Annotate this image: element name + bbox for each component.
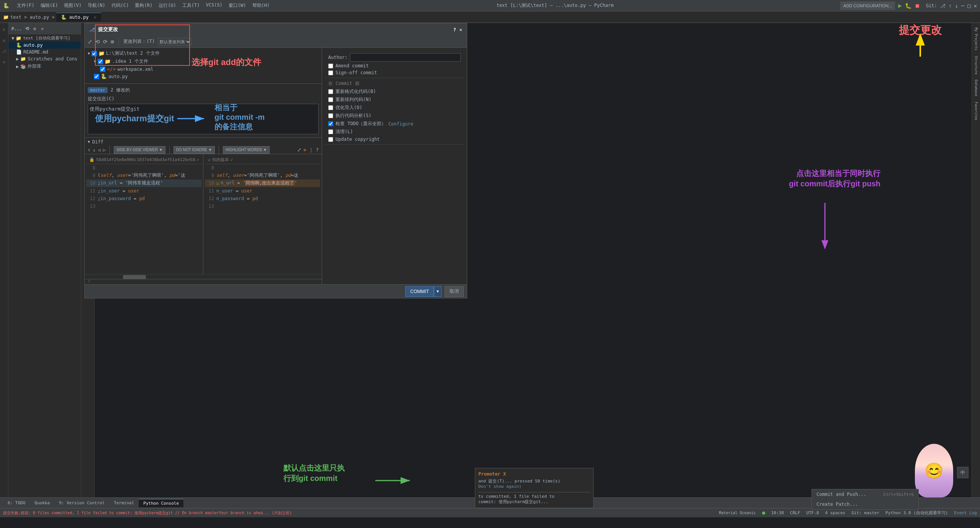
git-action-icon[interactable]: ⎇	[0, 47, 8, 55]
diff-left-checkmark: ✓	[196, 157, 199, 162]
menu-tools[interactable]: 工具(T)	[182, 2, 200, 9]
menu-file[interactable]: 文件(F)	[17, 2, 34, 9]
git-fetch-icon[interactable]: ↓	[955, 3, 958, 9]
vert-icon-1[interactable]: My Projects	[972, 26, 980, 52]
sidebar-item-root[interactable]: ▼ 📁 text [自动化观看学习]	[8, 34, 81, 42]
diff-next-icon[interactable]: ▷	[103, 147, 106, 153]
diff-more-icon[interactable]: ⋮	[309, 147, 314, 153]
toolbar-grid-icon[interactable]: ⊞	[111, 39, 114, 45]
tab-version-control[interactable]: 9: Version Control	[54, 499, 109, 507]
tab-quokka[interactable]: Quokka	[30, 499, 54, 507]
sidebar-item-scratches[interactable]: ▶ 📁 Scratches and Cons	[8, 55, 81, 62]
stop-icon[interactable]: ⏹	[915, 3, 920, 9]
reformat-check[interactable]	[328, 89, 333, 94]
sidebar-item-ext-lib[interactable]: ▶ 📚 外部库	[8, 62, 81, 70]
menu-edit[interactable]: 编辑(E)	[41, 2, 58, 9]
ftree-root[interactable]: ▼ 📁 L:\测试\text 2 个文件	[86, 49, 320, 57]
sidebar-sync-icon[interactable]: ⟲	[24, 26, 30, 32]
diff-scrollbar[interactable]	[85, 274, 322, 279]
diff-down-icon[interactable]: ↓	[93, 147, 95, 153]
toolbar-expand-icon[interactable]: ⤢	[88, 39, 92, 45]
menu-run[interactable]: 运行(U)	[159, 2, 176, 9]
sidebar-gear-icon[interactable]: ⚙	[32, 26, 38, 32]
anime-btn[interactable]: 中	[957, 467, 969, 478]
diff-expand-icon[interactable]: ▼	[88, 140, 90, 144]
todo-configure-link[interactable]: Configure	[388, 121, 413, 127]
analysis-check[interactable]	[328, 113, 333, 118]
settings-action-icon[interactable]: ⚙	[0, 37, 8, 44]
close-button[interactable]: ✕	[974, 3, 977, 9]
commit-and-push-item[interactable]: Commit and Push... Ctrl+Shift+S	[812, 489, 918, 499]
copyright-check[interactable]	[328, 137, 333, 142]
structure-action-icon[interactable]: ≡	[0, 58, 8, 66]
ftree-workspace[interactable]: </> workspace.xml	[86, 65, 320, 73]
diff-up-icon[interactable]: ↑	[88, 147, 90, 153]
optimize-imports-row: 优化导入(O)	[325, 104, 464, 112]
minimize-button[interactable]: ─	[961, 3, 964, 9]
event-log[interactable]: Event Log	[954, 510, 977, 515]
sidebar-close-icon[interactable]: ✕	[39, 26, 46, 32]
sidebar-item-readme[interactable]: 📄 README.md	[8, 49, 81, 55]
commit-dropdown-button[interactable]: ▼	[434, 286, 442, 297]
commit-button[interactable]: COMMIT	[405, 286, 434, 297]
cancel-button[interactable]: 取消	[445, 286, 464, 297]
vert-icon-4[interactable]: Favorites	[972, 100, 980, 122]
project-action-icon[interactable]: P	[0, 26, 8, 34]
add-configuration-button[interactable]: ADD CONFIGURATION...	[840, 2, 895, 10]
ftree-idea-check[interactable]	[98, 59, 103, 64]
vert-icon-3[interactable]: Database	[972, 78, 980, 98]
do-not-ignore-btn[interactable]: DO NOT IGNORE ▼	[173, 146, 215, 154]
sidebar-item-auto-py[interactable]: 🐍 auto.py	[8, 42, 81, 49]
author-input[interactable]	[350, 53, 461, 62]
ftree-workspace-check[interactable]	[100, 67, 105, 72]
ext-lib-expand-icon: ▶	[16, 64, 19, 69]
run-icon[interactable]: ▶	[898, 2, 902, 9]
menu-window[interactable]: 窗口(W)	[229, 2, 246, 9]
diff-prev-icon[interactable]: ◁	[98, 147, 100, 153]
ftree-auto-check[interactable]	[94, 74, 99, 79]
tab-todo[interactable]: 6: TODO	[3, 499, 30, 507]
menu-code[interactable]: 代码(C)	[111, 2, 129, 9]
vert-icon-2[interactable]: Structure	[972, 54, 980, 76]
diff-sync-icon[interactable]: ⊕	[304, 147, 306, 153]
ftree-root-check[interactable]	[92, 51, 97, 56]
menu-help[interactable]: 帮助(H)	[252, 2, 270, 9]
ftree-idea[interactable]: ▼ 📁 .idea 1 个文件	[86, 57, 320, 65]
side-by-side-btn[interactable]: SIDE-BY-SIDE VIEWER ▼	[114, 146, 165, 154]
toolbar-refresh2-icon[interactable]: ⟳	[103, 39, 108, 45]
diff-expand-view-icon[interactable]: ⤢	[297, 147, 301, 153]
menu-view[interactable]: 视图(V)	[64, 2, 82, 9]
menu-navigate[interactable]: 导航(N)	[88, 2, 105, 9]
changelist-select[interactable]: 默认更改列表	[158, 38, 191, 46]
anime-character: 😊 中	[915, 444, 961, 505]
tab-python-console[interactable]: Python Console	[139, 499, 183, 507]
highlight-words-btn[interactable]: HIGHLIGHT WORDS ▼	[223, 146, 270, 154]
tab-close-icon[interactable]: ✕	[94, 15, 97, 20]
maximize-button[interactable]: □	[967, 3, 970, 9]
amend-commit-check[interactable]	[328, 64, 333, 68]
menu-refactor[interactable]: 重构(R)	[135, 2, 152, 9]
git-info-dontshow[interactable]: Don't show again)	[478, 484, 590, 489]
rearrange-check[interactable]	[328, 97, 333, 102]
optimize-check[interactable]	[328, 105, 333, 110]
toolbar-refresh-icon[interactable]: ⟲	[95, 39, 100, 45]
diff-help-icon[interactable]: ?	[316, 147, 319, 153]
git-push-icon[interactable]: ↑	[949, 3, 952, 9]
cleanup-check[interactable]	[328, 129, 333, 134]
root-folder-label: text [自动化观看学习]	[23, 35, 70, 41]
diff-checkbox-inline[interactable]: ☑	[216, 181, 219, 186]
signoff-check[interactable]	[328, 70, 333, 75]
create-patch-item[interactable]: Create Patch...	[812, 499, 918, 509]
diff-left-header: 🔒 58d01df25e0a906c1037d438bd3af51a4126e5…	[86, 156, 201, 164]
tab-terminal[interactable]: Terminal	[109, 499, 139, 507]
commit-button-group: COMMIT ▼	[405, 286, 442, 297]
menu-vcs[interactable]: VCS(S)	[206, 2, 223, 9]
ext-lib-label: 外部库	[28, 63, 41, 70]
commit-help-icon[interactable]: ?	[453, 27, 456, 33]
diff-help-bottom-icon[interactable]: ?	[88, 279, 90, 284]
ftree-auto-py[interactable]: 🐍 auto.py	[86, 73, 320, 80]
debug-icon[interactable]: 🐛	[905, 3, 911, 9]
commit-close-icon[interactable]: ✕	[459, 27, 462, 33]
todo-check[interactable]	[328, 121, 333, 126]
tab-auto-py[interactable]: 🐍 auto.py ✕	[56, 13, 101, 21]
